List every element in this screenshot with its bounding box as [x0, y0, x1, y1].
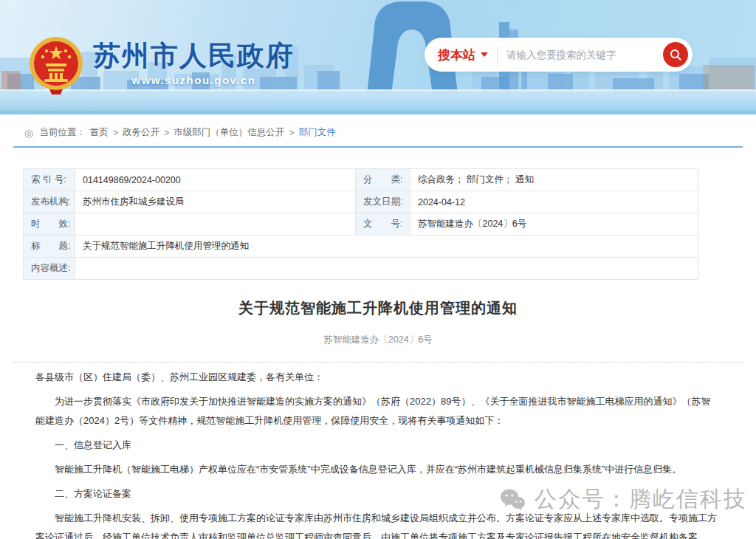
meta-value-category: 综合政务； 部门文件； 通知	[410, 169, 698, 191]
search-bar: 搜本站	[425, 38, 693, 72]
meta-label-doc-no: 文 号:	[356, 213, 410, 236]
table-row: 标 题: 关于规范智能施工升降机使用管理的通知	[24, 236, 698, 258]
site-identity: 苏州市人民政府 www.suzhou.gov.cn	[93, 35, 295, 86]
meta-label-validity: 时 效:	[24, 213, 75, 236]
section-heading-2: 二、方案论证备案	[35, 484, 719, 504]
meta-value-title: 关于规范智能施工升降机使用管理的通知	[75, 236, 698, 258]
document-body: 各县级市（区）住建局（委）、苏州工业园区规建委，各有关单位： 为进一步贯彻落实《…	[0, 368, 756, 539]
site-url: www.suzhou.gov.cn	[93, 74, 295, 86]
breadcrumb: ◎ 当前位置： 首页 > 政务公开 > 市级部门（单位）信息公开 > 部门文件	[24, 126, 743, 139]
search-button[interactable]	[663, 42, 688, 67]
search-scope-label: 搜本站	[438, 47, 475, 63]
document-number: 苏智能建造办〔2024〕6号	[0, 334, 756, 346]
search-input[interactable]	[506, 49, 663, 61]
table-row: 发布机构: 苏州市住房和城乡建设局 发文日期: 2024-04-12	[24, 191, 698, 213]
search-divider	[497, 47, 498, 63]
breadcrumb-link-dept-files[interactable]: 部门文件	[299, 126, 336, 139]
table-row: 时 效: 文 号: 苏智能建造办〔2024〕6号	[24, 213, 698, 236]
breadcrumb-link-home[interactable]: 首页	[90, 126, 109, 139]
title-divider	[13, 362, 743, 363]
breadcrumb-link-gov-info[interactable]: 政务公开	[123, 126, 159, 139]
paragraph-salutation: 各县级市（区）住建局（委）、苏州工业园区规建委，各有关单位：	[35, 368, 719, 387]
meta-value-summary	[75, 258, 698, 280]
site-header: 苏州市人民政府 www.suzhou.gov.cn 搜本站	[0, 0, 756, 114]
meta-value-doc-no: 苏智能建造办〔2024〕6号	[410, 213, 698, 236]
meta-label-category: 分 类:	[356, 169, 410, 191]
paragraph-section-2: 智能施工升降机安装、拆卸、使用专项施工方案的论证专家库由苏州市住房和城乡建设局组…	[35, 509, 719, 539]
section-heading-1: 一、信息登记入库	[35, 436, 719, 455]
meta-value-index-no: 014149869/2024-00200	[75, 169, 356, 191]
site-logo[interactable]: 苏州市人民政府 www.suzhou.gov.cn	[27, 35, 295, 96]
chevron-down-icon	[481, 52, 488, 57]
meta-label-index-no: 索 引 号:	[24, 169, 75, 191]
meta-label-issuer: 发布机构:	[24, 191, 75, 213]
breadcrumb-prefix: 当前位置：	[39, 126, 86, 139]
location-icon: ◎	[24, 128, 33, 138]
table-row: 内容概述:	[24, 258, 698, 280]
meta-value-issue-date: 2024-04-12	[410, 191, 698, 213]
site-title: 苏州市人民政府	[93, 41, 295, 72]
breadcrumb-link-departments[interactable]: 市级部门（单位）信息公开	[173, 126, 284, 139]
search-icon	[669, 48, 682, 61]
page-title: 关于规范智能施工升降机使用管理的通知	[0, 298, 756, 318]
search-scope-dropdown[interactable]: 搜本站	[438, 47, 488, 63]
paragraph-intro: 为进一步贯彻落实《市政府印发关于加快推进智能建造的实施方案的通知》（苏府（202…	[35, 392, 719, 430]
meta-label-title: 标 题:	[24, 236, 75, 258]
meta-value-validity	[75, 213, 356, 236]
meta-label-issue-date: 发文日期:	[356, 191, 410, 213]
meta-value-issuer: 苏州市住房和城乡建设局	[75, 191, 356, 213]
breadcrumb-divider	[13, 146, 743, 148]
breadcrumb-separator: >	[113, 128, 118, 138]
paragraph-section-1: 智能施工升降机（智能施工电梯）产权单位应在“市安管系统”中完成设备信息登记入库，…	[35, 460, 719, 479]
breadcrumb-separator: >	[289, 128, 294, 138]
breadcrumb-separator: >	[164, 128, 169, 138]
meta-label-summary: 内容概述:	[24, 258, 75, 280]
national-emblem-icon	[27, 35, 86, 96]
table-row: 索 引 号: 014149869/2024-00200 分 类: 综合政务； 部…	[24, 169, 698, 191]
document-meta-table: 索 引 号: 014149869/2024-00200 分 类: 综合政务； 部…	[23, 168, 698, 280]
